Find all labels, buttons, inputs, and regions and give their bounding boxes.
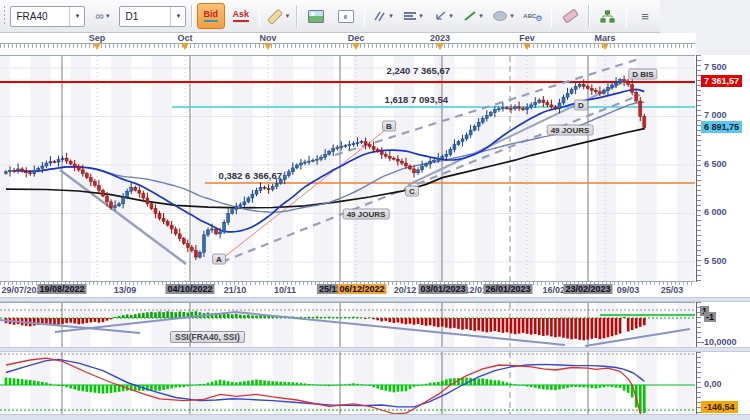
eraser-icon (562, 8, 579, 23)
ask-label: Ask (233, 10, 250, 22)
arrow-down-left-icon (433, 10, 447, 22)
arrow-tool-button[interactable]: ▾ (429, 3, 457, 29)
month-axis-ticks (0, 44, 695, 48)
fib-level-label: 1,618 7 093,54 (248, 94, 448, 105)
toolbar-grip[interactable] (4, 6, 5, 26)
toolbar-separator (259, 5, 260, 27)
workspace-layout-button[interactable] (594, 3, 622, 29)
date-label: 10/11 (245, 285, 325, 295)
bid-price-button[interactable]: Bid (197, 3, 225, 29)
toolbar-separator (626, 5, 627, 27)
date-axis[interactable]: 29/07/202219/08/202213/0904/10/202221/10… (0, 282, 696, 297)
timeframe-select[interactable]: D1 ▼ (119, 6, 186, 27)
chevron-down-icon[interactable]: ▾ (510, 12, 514, 20)
photo-icon (308, 10, 324, 23)
ask-price-button[interactable]: Ask (227, 3, 255, 29)
chart-menu-button[interactable]: ≡ (631, 3, 659, 29)
macd-chart[interactable] (0, 352, 695, 414)
main-chart-panel[interactable] (0, 56, 695, 282)
chart-point-badge[interactable]: 49 JOURS (343, 209, 390, 220)
bid-label: Bid (204, 10, 219, 22)
month-axis[interactable]: SepOctNovDec2023FevMars (0, 33, 696, 55)
date-badge[interactable]: 26/01/2023 (483, 284, 532, 294)
save-image-button[interactable] (302, 3, 330, 29)
ellipse-tool-button[interactable]: ▾ (489, 3, 517, 29)
date-badge[interactable]: 03/01/2023 (418, 284, 467, 294)
macd-value-badge: -146,54 (701, 401, 738, 413)
chevron-down-icon[interactable]: ▾ (419, 12, 423, 20)
month-label: Mars (575, 33, 635, 43)
price-axis[interactable]: 7 5007 0006 5006 0005 5007 361,576 891,7… (696, 55, 750, 282)
chevron-down-icon[interactable]: ▾ (389, 12, 393, 20)
ssi-axis[interactable]: 1-1-10,0000 (696, 302, 750, 347)
symbol-select[interactable]: FRA40 ▼ (10, 6, 85, 27)
diagonal-line-icon (463, 10, 477, 22)
price-tick-label: 6 000 (704, 207, 727, 217)
trendline-tool-button[interactable]: ▾ (459, 3, 487, 29)
price-tick-label: 6 500 (704, 159, 727, 169)
chart-snapshot-button[interactable] (332, 3, 360, 29)
toolbar-separator (191, 5, 192, 27)
horizontal-lines-tool-button[interactable]: ▾ (399, 3, 427, 29)
chart-point-badge[interactable]: C (405, 186, 419, 197)
chain-icon: ∞ (95, 9, 104, 23)
hamburger-menu-icon: ≡ (641, 10, 649, 23)
date-badge[interactable]: 19/08/2022 (37, 284, 86, 294)
chevron-down-icon[interactable]: ▼ (69, 7, 84, 26)
month-marker-icon (601, 43, 609, 50)
level-price-badge[interactable]: 7 361,57 (701, 75, 742, 87)
chart-point-badge[interactable]: D (574, 100, 588, 111)
macd-zero-label: 0,00 (704, 379, 722, 389)
freehand-icon (373, 10, 387, 22)
month-label: Dec (326, 33, 386, 43)
main-panel-bottom-border (0, 281, 695, 282)
macd-axis[interactable]: 0,00-146,54 (696, 352, 750, 414)
candlestick-chart[interactable] (0, 56, 695, 282)
chart-point-badge[interactable]: A (212, 254, 226, 265)
month-marker-icon (523, 43, 531, 50)
chart-point-badge[interactable]: B (382, 121, 396, 132)
toolbar-spacer (696, 33, 750, 55)
macd-panel[interactable] (0, 352, 695, 415)
ssi-indicator-label[interactable]: SSI(FRA40, SSI) (170, 331, 245, 343)
bottom-strip (0, 414, 750, 420)
toolbar: FRA40 ▼ ∞ ▾ D1 ▼ Bid Ask ▾ (0, 0, 660, 33)
month-marker-icon (93, 43, 101, 50)
last-price-badge[interactable]: 6 891,75 (701, 121, 742, 133)
ssi-chart[interactable] (0, 303, 695, 347)
ruler-icon (267, 8, 284, 25)
timeframe-value: D1 (120, 11, 170, 22)
price-tick-label: 7 500 (704, 62, 727, 72)
main-panel-top-border (0, 55, 695, 56)
ssi-panel[interactable] (0, 302, 695, 348)
link-charts-button[interactable]: ∞ ▾ (88, 3, 116, 29)
measure-tool-button[interactable]: ▾ (264, 3, 292, 29)
price-tick-label: 5 500 (704, 256, 727, 266)
chevron-down-icon[interactable]: ▾ (449, 12, 453, 20)
symbol-value: FRA40 (11, 11, 69, 22)
toolbar-separator (551, 5, 552, 27)
chart-point-badge[interactable]: 49 JOURS (547, 125, 594, 136)
ssi-bottom-label: -10,0000 (701, 337, 737, 347)
chart-point-badge[interactable]: D BIS (628, 69, 657, 80)
trading-app: FRA40 ▼ ∞ ▾ D1 ▼ Bid Ask ▾ (0, 0, 750, 420)
freehand-draw-button[interactable]: ▾ (369, 3, 397, 29)
text-tool-button[interactable]: ABC ⚙ (519, 3, 547, 29)
month-label: Oct (155, 33, 215, 43)
chevron-down-icon[interactable]: ▾ (286, 12, 290, 20)
chevron-down-icon[interactable]: ▾ (479, 12, 483, 20)
month-label: Nov (238, 33, 298, 43)
toolbar-separator (588, 5, 589, 27)
fib-level-label: 0,382 6 366,67 (82, 170, 282, 181)
eraser-button[interactable] (556, 3, 584, 29)
date-label: 13/09 (85, 285, 165, 295)
toolbar-separator (364, 5, 365, 27)
chart-image-icon (338, 10, 354, 23)
ellipse-icon (492, 10, 508, 22)
chevron-down-icon[interactable]: ▾ (106, 12, 110, 20)
chevron-down-icon[interactable]: ▼ (170, 7, 185, 26)
price-tick-label: 7 000 (704, 110, 727, 120)
toolbar-separator (296, 5, 297, 27)
ssi-value-badge: -1 (704, 312, 716, 322)
fib-level-label: 2,240 7 365,67 (250, 65, 450, 76)
